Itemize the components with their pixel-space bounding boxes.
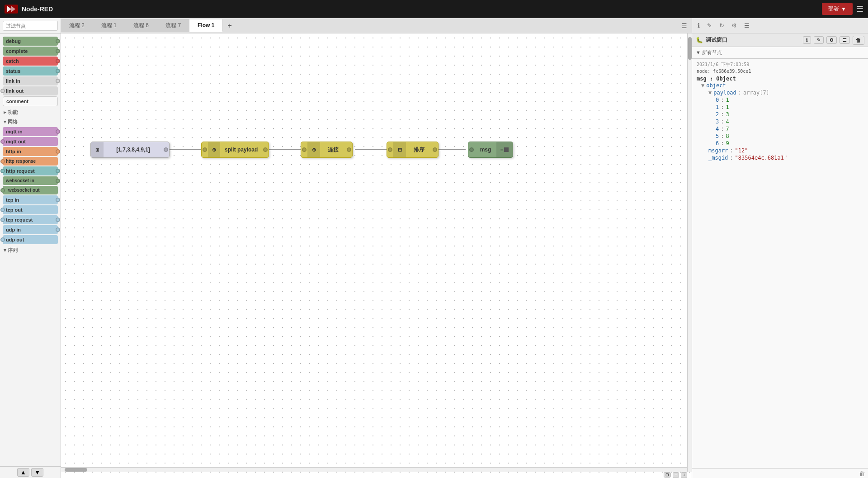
debug-timestamp: 2021/1/6 下午7:03:59 [697,62,863,68]
canvas-scrollbar-y[interactable] [687,33,692,472]
sidebar-item-link-out[interactable]: link out [3,86,58,95]
sidebar-item-http-response[interactable]: http response [3,157,58,166]
node-debug2[interactable]: msg ≡ [468,142,513,158]
right-tab-info-icon[interactable]: ℹ [695,20,703,31]
debug-payload-expand[interactable]: ▼ [708,90,712,96]
sidebar-item-mqtt-out[interactable]: mqtt out [3,137,58,146]
hamburger-menu-icon[interactable]: ☰ [856,4,863,14]
debug-item-0-val: 1 [726,97,729,103]
debug-item-1-val: 1 [726,104,729,110]
sidebar-item-tcp-out[interactable]: tcp out [3,205,58,214]
sidebar-item-debug[interactable]: debug [3,37,58,46]
right-tab-refresh-icon[interactable]: ↻ [717,20,727,31]
canvas-scrollbar-x[interactable] [61,467,692,472]
sidebar-scroll-up[interactable]: ▲ [17,468,29,477]
right-panel-clear-btn[interactable]: 🗑 [859,470,865,477]
right-tab-edit-icon[interactable]: ✎ [704,20,715,31]
node-inject[interactable]: ⊞ [1,7,3,8,4,9,1] [90,142,170,158]
node-sort-icon: ⊟ [393,142,406,157]
right-panel-action-btn3[interactable]: ⚙ [826,36,837,44]
tab-liucheng7[interactable]: 流程 7 [157,19,189,32]
node-debug2-action[interactable]: ≡ [496,142,513,157]
flow-canvas[interactable]: ⊞ [1,7,3,8,4,9,1] ⊕ split payload [61,33,692,478]
right-panel-header-bug-icon: 🐛 [696,37,703,43]
right-panel-filter-label[interactable]: ▼ 所有节点 [696,49,722,56]
node-sort[interactable]: ⊟ 排序 [387,142,439,158]
node-join[interactable]: ⊕ 连接 [301,142,353,158]
canvas-scrollbar-y-thumb[interactable] [688,37,692,60]
node-httpin-label: http in [6,149,21,154]
node-split-port-right [262,147,269,152]
category-wangluo[interactable]: ▾ 网络 [3,117,58,126]
canvas-fit-button[interactable]: ⊡ [664,472,671,478]
canvas-area: 流程 2 流程 1 流程 6 流程 7 Flow 1 + ☰ [61,18,692,478]
sidebar-item-websocket-out[interactable]: websocket out [3,186,58,194]
sidebar-item-catch[interactable]: catch [3,57,58,66]
node-wsin-label: websocket in [6,178,34,183]
debug-item-4-sep: : [721,126,724,132]
sidebar-item-http-request[interactable]: http request [3,166,58,175]
canvas-scrollbar-x-thumb[interactable] [65,468,87,472]
debug-item-6-key: 6 [716,140,719,147]
sidebar-item-udp-out[interactable]: udp out [3,235,58,244]
debug-object-expand[interactable]: ▼ [701,82,704,89]
right-panel-title: 调试窗口 [706,36,800,44]
node-sort-port-right [432,147,438,152]
debug-msg-type: msg : Object [697,76,863,82]
tab-menu-button[interactable]: ☰ [677,19,692,32]
sidebar-item-complete[interactable]: complete [3,47,58,56]
sidebar-item-status[interactable]: status [3,66,58,76]
tab-add-button[interactable]: + [223,19,236,33]
complete-port-right [56,49,60,53]
sidebar-item-tcp-in[interactable]: tcp in [3,195,58,204]
tab-liucheng1[interactable]: 流程 1 [93,19,125,32]
sidebar-item-mqtt-in[interactable]: mqtt in [3,127,58,136]
node-udpin-label: udp in [6,227,21,232]
search-input[interactable] [3,21,58,31]
debug-item-3-key: 3 [716,118,719,125]
deploy-button[interactable]: 部署 ▼ [822,3,853,15]
sidebar-item-link-in[interactable]: link in [3,76,58,85]
right-panel-action-btn1[interactable]: ℹ [803,36,811,44]
tab-liucheng2[interactable]: 流程 2 [61,19,93,32]
category-gongneng[interactable]: ▸ 功能 [3,107,58,117]
right-tab-list-icon[interactable]: ☰ [741,20,752,31]
canvas-zoom-out-button[interactable]: − [673,472,679,478]
sidebar-item-tcp-request[interactable]: tcp request [3,215,58,224]
sidebar-scroll-down[interactable]: ▼ [31,468,43,477]
right-panel-bottom-bar: 🗑 [692,468,868,478]
split-right-dot [263,147,268,152]
right-tab-settings-icon[interactable]: ⚙ [729,20,740,31]
right-panel-action-btn2[interactable]: ✎ [814,36,824,44]
httprequest-port-left [0,169,5,173]
sidebar-item-comment[interactable]: comment [3,96,58,106]
debug-array-item-1: 1 : 1 [716,104,863,111]
split-left-dot [203,147,207,152]
tab-liucheng6[interactable]: 流程 6 [125,19,157,32]
node-split[interactable]: ⊕ split payload [201,142,269,158]
debug-item-5-key: 5 [716,133,719,139]
node-linkin-label: link in [6,78,20,84]
debug-item-6-sep: : [721,140,724,147]
debug-array-items: 0 : 1 1 : 1 2 : 3 [716,96,863,147]
sidebar-item-http-in[interactable]: http in [3,147,58,156]
tab-flow1[interactable]: Flow 1 [189,19,223,32]
httpin-port-right [56,149,60,154]
sidebar-item-udp-in[interactable]: udp in [3,225,58,234]
right-panel-action-btn4[interactable]: ☰ [840,36,850,44]
debug-item-2-val: 3 [726,111,729,118]
right-panel-delete-btn[interactable]: 🗑 [853,36,864,45]
node-udpout-label: udp out [6,237,24,242]
category-xulie-expand-icon: ▾ [4,247,6,253]
httprequest-port-right [56,169,60,173]
canvas-zoom-in-button[interactable]: + [681,472,687,478]
category-xulie[interactable]: ▾ 序列 [3,245,58,255]
node-debug-label: debug [6,38,21,44]
debug-array-item-2: 2 : 3 [716,111,863,118]
debug-object-label: object [706,82,726,89]
node-httpresponse-label: http response [6,159,36,164]
debug-array-item-6: 6 : 9 [716,140,863,147]
debug-msgid-val: "83564e4c.681a1" [735,155,788,161]
debug-msgarr-key: msgarr [708,147,728,154]
sidebar-item-websocket-in[interactable]: websocket in [3,176,58,185]
